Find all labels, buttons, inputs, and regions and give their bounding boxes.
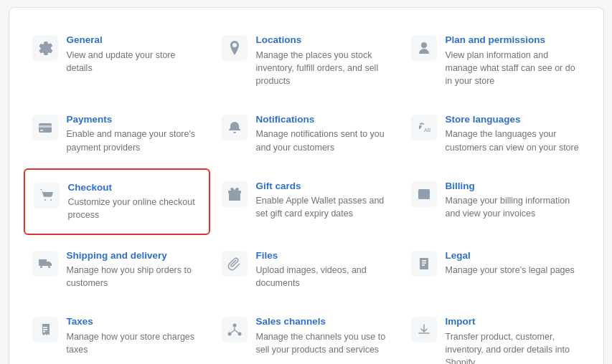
- card-title-payments: Payments: [67, 113, 202, 126]
- card-desc-files: Upload images, videos, and documents: [256, 264, 391, 289]
- card-title-files: Files: [256, 249, 391, 262]
- gift-icon: [222, 181, 248, 207]
- card-taxes[interactable]: Taxes Manage how your store charges taxe…: [24, 304, 210, 364]
- card-desc-import: Transfer product, customer, inventory, a…: [446, 330, 580, 364]
- card-title-gift-cards: Gift cards: [256, 180, 391, 193]
- card-title-notifications: Notifications: [256, 113, 391, 126]
- card-content-plan-permissions: Plan and permissions View plan informati…: [446, 34, 580, 87]
- paperclip-icon: [222, 251, 248, 277]
- card-billing[interactable]: Billing Manage your billing information …: [402, 168, 589, 235]
- card-content-import: Import Transfer product, customer, inven…: [446, 315, 580, 364]
- card-title-taxes: Taxes: [67, 315, 202, 328]
- billing-icon: [411, 181, 437, 207]
- card-title-billing: Billing: [446, 180, 580, 193]
- svg-rect-1: [39, 125, 52, 128]
- card-content-taxes: Taxes Manage how your store charges taxe…: [67, 315, 202, 356]
- card-checkout[interactable]: Checkout Customize your online checkout …: [24, 168, 210, 235]
- card-locations[interactable]: Locations Manage the places you stock in…: [213, 22, 400, 99]
- svg-rect-7: [420, 258, 428, 269]
- svg-rect-6: [418, 189, 430, 199]
- card-content-files: Files Upload images, videos, and documen…: [256, 249, 391, 290]
- svg-point-9: [227, 332, 231, 336]
- svg-text:AB: AB: [424, 128, 431, 133]
- cart-icon: [34, 183, 60, 209]
- card-notifications[interactable]: Notifications Manage notifications sent …: [213, 102, 400, 166]
- card-desc-plan-permissions: View plan information and manage what st…: [446, 49, 580, 87]
- bell-icon: [222, 115, 248, 140]
- card-gift-cards[interactable]: Gift cards Enable Apple Wallet passes an…: [213, 168, 400, 235]
- card-content-billing: Billing Manage your billing information …: [446, 180, 580, 221]
- settings-container: General View and update your store detai…: [9, 7, 604, 364]
- card-content-store-languages: Store languages Manage the languages you…: [446, 113, 580, 154]
- svg-point-10: [237, 332, 241, 336]
- card-desc-notifications: Manage notifications sent to you and you…: [256, 128, 391, 153]
- location-icon: [222, 35, 248, 61]
- card-title-general: General: [67, 34, 202, 47]
- card-content-legal: Legal Manage your store's legal pages: [446, 249, 580, 277]
- card-desc-store-languages: Manage the languages your customers can …: [446, 128, 580, 153]
- import-icon: [411, 317, 437, 343]
- card-content-sales-channels: Sales channels Manage the channels you u…: [256, 315, 391, 356]
- card-title-import: Import: [446, 315, 580, 328]
- settings-grid: General View and update your store detai…: [24, 22, 589, 364]
- card-sales-channels[interactable]: Sales channels Manage the channels you u…: [213, 304, 400, 364]
- person-icon: [411, 35, 437, 61]
- card-general[interactable]: General View and update your store detai…: [24, 22, 210, 99]
- receipt-icon: [32, 317, 58, 343]
- card-content-gift-cards: Gift cards Enable Apple Wallet passes an…: [256, 180, 391, 221]
- card-content-general: General View and update your store detai…: [67, 34, 202, 75]
- card-desc-billing: Manage your billing information and view…: [446, 194, 580, 220]
- card-title-checkout: Checkout: [68, 181, 200, 194]
- card-desc-gift-cards: Enable Apple Wallet passes and set gift …: [256, 194, 391, 220]
- card-desc-checkout: Customize your online checkout process: [68, 196, 200, 221]
- card-desc-sales-channels: Manage the channels you use to sell your…: [256, 330, 391, 356]
- card-desc-general: View and update your store details: [67, 49, 202, 75]
- svg-point-8: [232, 324, 236, 327]
- card-payments[interactable]: Payments Enable and manage your store's …: [24, 102, 210, 166]
- card-import[interactable]: Import Transfer product, customer, inven…: [402, 304, 589, 364]
- svg-rect-0: [39, 123, 52, 133]
- card-icon: [32, 115, 58, 140]
- card-content-checkout: Checkout Customize your online checkout …: [68, 181, 200, 222]
- card-content-shipping-delivery: Shipping and delivery Manage how you shi…: [67, 249, 202, 290]
- card-content-locations: Locations Manage the places you stock in…: [256, 34, 391, 87]
- gear-icon: [32, 35, 58, 61]
- card-plan-permissions[interactable]: Plan and permissions View plan informati…: [402, 22, 589, 99]
- card-title-locations: Locations: [256, 34, 391, 47]
- svg-rect-2: [40, 130, 43, 131]
- card-content-notifications: Notifications Manage notifications sent …: [256, 113, 391, 154]
- svg-rect-5: [228, 191, 241, 193]
- card-title-plan-permissions: Plan and permissions: [446, 34, 580, 47]
- card-desc-locations: Manage the places you stock inventory, f…: [256, 49, 391, 87]
- card-legal[interactable]: Legal Manage your store's legal pages: [402, 238, 589, 302]
- card-shipping-delivery[interactable]: Shipping and delivery Manage how you shi…: [24, 238, 210, 302]
- card-store-languages[interactable]: AB Store languages Manage the languages …: [402, 102, 589, 166]
- card-files[interactable]: Files Upload images, videos, and documen…: [213, 238, 400, 302]
- card-desc-payments: Enable and manage your store's payment p…: [67, 128, 202, 153]
- card-title-shipping-delivery: Shipping and delivery: [67, 249, 202, 262]
- card-content-payments: Payments Enable and manage your store's …: [67, 113, 202, 154]
- channels-icon: [222, 317, 248, 343]
- card-desc-taxes: Manage how your store charges taxes: [67, 330, 202, 356]
- card-desc-legal: Manage your store's legal pages: [446, 264, 580, 277]
- card-title-store-languages: Store languages: [446, 113, 580, 126]
- card-desc-shipping-delivery: Manage how you ship orders to customers: [67, 264, 202, 289]
- card-title-sales-channels: Sales channels: [256, 315, 391, 328]
- truck-icon: [32, 251, 58, 277]
- card-title-legal: Legal: [446, 249, 580, 262]
- legal-icon: [411, 251, 437, 277]
- svg-rect-4: [229, 193, 240, 201]
- translate-icon: AB: [411, 115, 437, 140]
